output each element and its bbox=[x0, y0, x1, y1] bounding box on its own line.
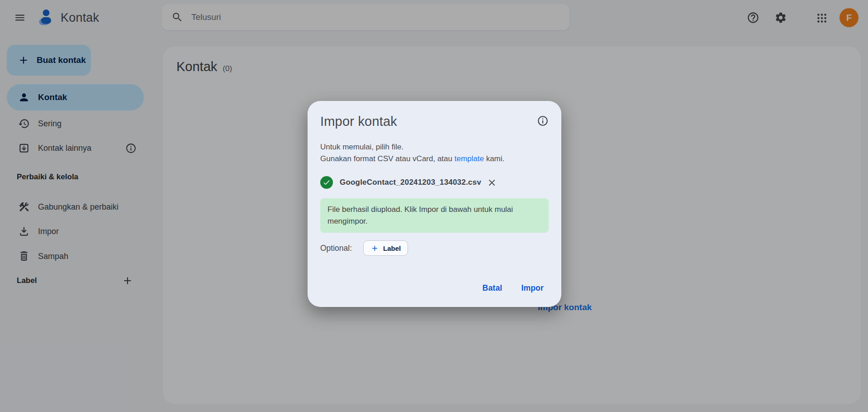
optional-label: Optional: bbox=[320, 244, 352, 253]
dialog-header: Impor kontak bbox=[320, 113, 549, 130]
template-link[interactable]: template bbox=[455, 154, 484, 163]
instructions-line2-suffix: kami. bbox=[484, 154, 504, 163]
add-label-chip-button[interactable]: Label bbox=[363, 240, 408, 256]
import-button[interactable]: Impor bbox=[513, 279, 551, 297]
add-label-chip-text: Label bbox=[383, 244, 401, 252]
remove-file-button[interactable] bbox=[487, 177, 497, 188]
optional-label-row: Optional: Label bbox=[320, 240, 549, 256]
instructions-line2-text: Gunakan format CSV atau vCard, atau bbox=[320, 154, 455, 163]
info-icon bbox=[537, 115, 549, 127]
google-contacts-app: Kontak bbox=[0, 0, 868, 412]
instructions-line1: Untuk memulai, pilih file. bbox=[320, 141, 549, 153]
cancel-button[interactable]: Batal bbox=[475, 279, 510, 297]
uploaded-file-row: GoogleContact_20241203_134032.csv bbox=[320, 176, 549, 189]
import-contacts-dialog: Impor kontak Untuk memulai, pilih file. … bbox=[308, 101, 561, 307]
dialog-instructions: Untuk memulai, pilih file. Gunakan forma… bbox=[320, 141, 549, 165]
close-icon bbox=[487, 177, 497, 188]
dialog-actions: Batal Impor bbox=[475, 279, 551, 297]
upload-success-message: File berhasil diupload. Klik Impor di ba… bbox=[320, 198, 549, 233]
dialog-info-button[interactable] bbox=[537, 115, 549, 127]
instructions-line2: Gunakan format CSV atau vCard, atau temp… bbox=[320, 153, 549, 165]
dialog-title: Impor kontak bbox=[320, 113, 397, 130]
uploaded-file-name: GoogleContact_20241203_134032.csv bbox=[340, 178, 481, 187]
check-circle-icon bbox=[320, 176, 333, 189]
plus-icon bbox=[370, 244, 379, 253]
